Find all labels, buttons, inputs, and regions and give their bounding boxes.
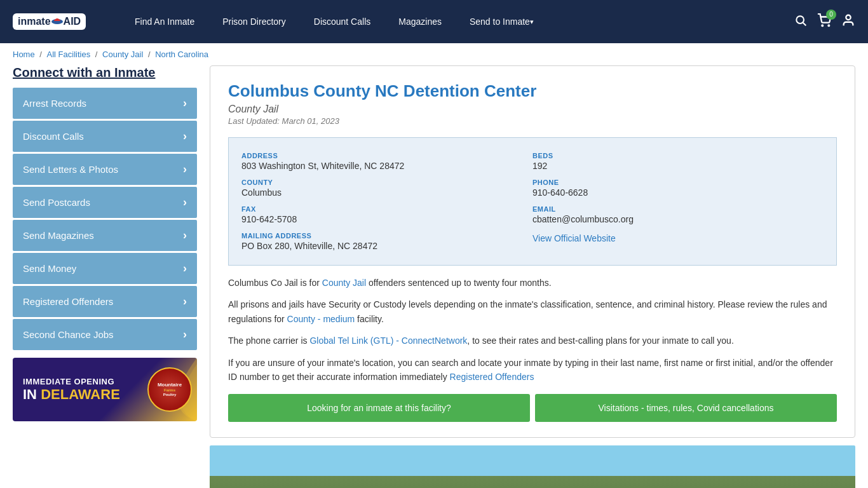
visitations-button[interactable]: Visitations - times, rules, Covid cancel… bbox=[535, 394, 837, 422]
sidebar-item-send-money[interactable]: Send Money › bbox=[13, 253, 197, 284]
nav-icons: 0 bbox=[794, 13, 855, 30]
sidebar-item-send-magazines[interactable]: Send Magazines › bbox=[13, 220, 197, 251]
gtl-link[interactable]: Global Tel Link (GTL) - ConnectNetwork bbox=[309, 336, 467, 346]
arrow-icon: › bbox=[183, 196, 187, 209]
sidebar-item-second-chance-jobs[interactable]: Second Chance Jobs › bbox=[13, 319, 197, 350]
sidebar-item-discount-calls[interactable]: Discount Calls › bbox=[13, 121, 197, 152]
main-layout: Connect with an Inmate Arrest Records › … bbox=[0, 65, 868, 488]
detail-website: View Official Website bbox=[532, 228, 824, 255]
county-medium-link[interactable]: County - medium bbox=[287, 314, 355, 324]
breadcrumb-county-jail[interactable]: County Jail bbox=[102, 50, 143, 59]
detail-county: COUNTY Columbus bbox=[241, 175, 532, 201]
logo-aid-text: AID bbox=[64, 16, 81, 27]
sidebar-item-registered-offenders[interactable]: Registered Offenders › bbox=[13, 286, 197, 317]
sidebar-item-arrest-records[interactable]: Arrest Records › bbox=[13, 88, 197, 119]
sidebar-item-label: Send Magazines bbox=[23, 230, 94, 241]
desc-para-1: Columbus Co Jail is for County Jail offe… bbox=[228, 276, 837, 290]
mailing-value: PO Box 280, Whiteville, NC 28472 bbox=[241, 241, 532, 251]
search-button[interactable] bbox=[794, 14, 807, 30]
arrow-icon: › bbox=[183, 229, 187, 242]
registered-offenders-link[interactable]: Registered Offenders bbox=[450, 372, 534, 382]
logo-inmate-text: inmate bbox=[18, 16, 51, 27]
ad-logo-area: Mountaire Farms Poultry bbox=[147, 367, 192, 412]
main-nav: Find An Inmate Prison Directory Discount… bbox=[121, 0, 794, 43]
facility-name: Columbus County NC Detention Center bbox=[228, 81, 837, 101]
nav-magazines[interactable]: Magazines bbox=[384, 0, 456, 43]
facility-updated: Last Updated: March 01, 2023 bbox=[228, 116, 837, 126]
action-buttons: Looking for an inmate at this facility? … bbox=[228, 394, 837, 422]
county-label: COUNTY bbox=[241, 179, 532, 186]
nav-discount-calls[interactable]: Discount Calls bbox=[300, 0, 384, 43]
content-area: Columbus County NC Detention Center Coun… bbox=[210, 65, 855, 488]
sidebar-menu: Arrest Records › Discount Calls › Send L… bbox=[13, 88, 197, 350]
logo-area[interactable]: inmate AID bbox=[13, 13, 102, 30]
ad-immediate-text: IMMEDIATE OPENING bbox=[23, 377, 120, 386]
sidebar-item-label: Discount Calls bbox=[23, 131, 84, 142]
details-grid: ADDRESS 803 Washington St, Whiteville, N… bbox=[228, 137, 837, 266]
desc-para-2: All prisons and jails have Security or C… bbox=[228, 297, 837, 326]
cart-button[interactable]: 0 bbox=[817, 13, 831, 30]
sidebar-item-label: Send Letters & Photos bbox=[23, 164, 118, 175]
ad-brand-text: Mountaire Farms Poultry bbox=[158, 382, 182, 397]
detail-phone: PHONE 910-640-6628 bbox=[532, 175, 824, 201]
breadcrumb-home[interactable]: Home bbox=[13, 50, 35, 59]
breadcrumb-all-facilities[interactable]: All Facilities bbox=[47, 50, 91, 59]
arrow-icon: › bbox=[183, 328, 187, 341]
sidebar-item-label: Registered Offenders bbox=[23, 296, 113, 307]
detail-beds: BEDS 192 bbox=[532, 148, 824, 175]
arrow-icon: › bbox=[183, 295, 187, 308]
sidebar-item-label: Second Chance Jobs bbox=[23, 329, 114, 340]
ad-delaware-text: IN DELAWARE bbox=[23, 386, 120, 403]
breadcrumb-sep-2: / bbox=[95, 50, 100, 59]
beds-label: BEDS bbox=[532, 152, 824, 159]
detail-fax: FAX 910-642-5708 bbox=[241, 201, 532, 228]
ad-logo-circle: Mountaire Farms Poultry bbox=[147, 367, 192, 412]
arrow-icon: › bbox=[183, 130, 187, 143]
nav-send-to-inmate[interactable]: Send to Inmate bbox=[456, 0, 548, 43]
site-header: inmate AID Find An Inmate Prison Directo… bbox=[0, 0, 868, 43]
breadcrumb-sep-3: / bbox=[148, 50, 153, 59]
nav-prison-directory[interactable]: Prison Directory bbox=[208, 0, 300, 43]
phone-label: PHONE bbox=[532, 179, 824, 186]
svg-point-5 bbox=[828, 25, 829, 26]
facility-type: County Jail bbox=[228, 104, 837, 115]
sidebar-item-send-letters[interactable]: Send Letters & Photos › bbox=[13, 154, 197, 185]
desc-para-4: If you are unsure of your inmate's locat… bbox=[228, 356, 837, 384]
breadcrumb-north-carolina[interactable]: North Carolina bbox=[155, 50, 208, 59]
facility-aerial-image bbox=[210, 445, 855, 488]
facility-description: Columbus Co Jail is for County Jail offe… bbox=[228, 276, 837, 384]
logo-hat-icon bbox=[51, 15, 64, 26]
nav-find-inmate[interactable]: Find An Inmate bbox=[121, 0, 208, 43]
detail-email: EMAIL cbatten@columbusco.org bbox=[532, 201, 824, 228]
sidebar-title: Connect with an Inmate bbox=[13, 65, 197, 80]
website-link[interactable]: View Official Website bbox=[532, 233, 616, 243]
logo-box: inmate AID bbox=[13, 13, 86, 30]
detail-address: ADDRESS 803 Washington St, Whiteville, N… bbox=[241, 148, 532, 175]
sidebar-item-send-postcards[interactable]: Send Postcards › bbox=[13, 187, 197, 218]
ad-text-block: IMMEDIATE OPENING IN DELAWARE bbox=[13, 369, 130, 410]
desc-para-3: The phone carrier is Global Tel Link (GT… bbox=[228, 334, 837, 348]
detail-mailing: MAILING ADDRESS PO Box 280, Whiteville, … bbox=[241, 228, 532, 255]
svg-point-6 bbox=[846, 15, 850, 19]
sidebar-item-label: Send Postcards bbox=[23, 197, 90, 208]
email-value: cbatten@columbusco.org bbox=[532, 214, 824, 224]
user-button[interactable] bbox=[841, 13, 855, 30]
phone-value: 910-640-6628 bbox=[532, 187, 824, 198]
county-jail-link[interactable]: County Jail bbox=[322, 278, 366, 288]
facility-box: Columbus County NC Detention Center Coun… bbox=[210, 65, 855, 438]
svg-line-3 bbox=[803, 22, 806, 25]
breadcrumb: Home / All Facilities / County Jail / No… bbox=[0, 43, 868, 65]
arrow-icon: › bbox=[183, 163, 187, 176]
address-value: 803 Washington St, Whiteville, NC 28472 bbox=[241, 161, 532, 171]
sidebar: Connect with an Inmate Arrest Records › … bbox=[13, 65, 197, 488]
sidebar-item-label: Send Money bbox=[23, 263, 76, 274]
fax-value: 910-642-5708 bbox=[241, 214, 532, 224]
email-label: EMAIL bbox=[532, 205, 824, 213]
sidebar-item-label: Arrest Records bbox=[23, 98, 86, 109]
ad-banner[interactable]: IMMEDIATE OPENING IN DELAWARE Mountaire … bbox=[13, 358, 197, 421]
breadcrumb-sep-1: / bbox=[39, 50, 44, 59]
arrow-icon: › bbox=[183, 262, 187, 275]
svg-point-2 bbox=[796, 16, 804, 24]
cart-badge: 0 bbox=[826, 10, 836, 20]
looking-for-inmate-button[interactable]: Looking for an inmate at this facility? bbox=[228, 394, 530, 422]
